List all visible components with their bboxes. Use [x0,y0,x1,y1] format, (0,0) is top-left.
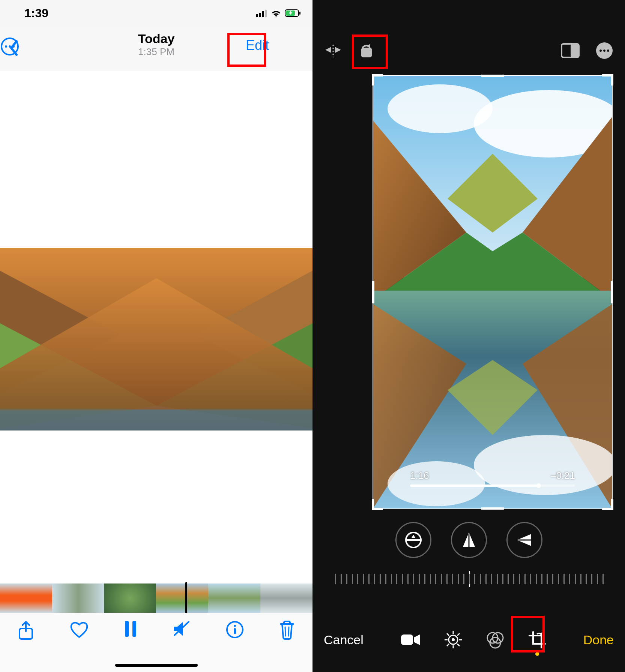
filmstrip-frame [104,584,156,613]
ruler-tick [552,574,553,584]
filters-mode-button[interactable] [486,630,505,649]
ruler-tick [374,574,375,584]
svg-rect-22 [125,621,129,637]
ruler-tick [513,574,514,584]
svg-marker-56 [412,535,415,538]
status-right-icons [256,6,301,20]
crop-corner-bl[interactable] [372,499,383,510]
crop-corner-tr[interactable] [602,74,613,86]
ruler-tick [385,574,386,584]
svg-point-8 [5,45,7,48]
aspect-button[interactable] [560,43,580,58]
favorite-button[interactable] [69,620,89,639]
photo-thumbnail [0,248,312,430]
aspect-ratio-icon [560,43,580,58]
vertical-perspective-dial[interactable] [451,522,487,558]
svg-rect-3 [265,10,267,17]
ruler-tick [368,574,370,584]
cancel-button[interactable]: Cancel [324,633,364,647]
ruler-tick [424,574,425,584]
video-mode-button[interactable] [400,632,421,647]
ruler-tick [452,574,453,584]
filmstrip-frame [260,584,312,613]
pause-icon [124,620,137,638]
video-filmstrip[interactable] [0,584,312,613]
crop-corner-br[interactable] [602,499,613,510]
svg-rect-27 [234,628,236,634]
ruler-tick [519,574,520,584]
crop-frame[interactable] [373,75,613,509]
svg-line-71 [447,644,449,646]
crop-handle-bottom[interactable] [481,507,504,510]
pause-button[interactable] [124,620,137,638]
video-scrubber[interactable]: 1:16 –0:21 [410,470,575,487]
horizontal-perspective-dial[interactable] [506,522,542,558]
scrub-knob[interactable] [536,483,541,488]
filters-icon [486,630,505,649]
info-icon [225,620,244,639]
filmstrip-playhead[interactable] [185,582,187,614]
home-indicator [115,664,198,667]
filmstrip-frame [0,584,52,613]
info-button[interactable] [225,620,244,639]
ruler-tick [524,574,526,584]
speaker-mute-icon [172,620,191,638]
svg-rect-23 [132,621,136,637]
svg-rect-0 [256,14,258,17]
heart-icon [69,620,89,639]
delete-button[interactable] [279,620,295,640]
ruler-tick [435,574,436,584]
ruler-tick [480,574,481,584]
ruler-tick [502,574,503,584]
ruler-tick [602,574,604,584]
crop-handle-left[interactable] [372,281,374,303]
crop-handle-right[interactable] [611,281,613,303]
crop-handle-top[interactable] [481,75,504,77]
svg-rect-1 [259,13,261,17]
ruler-tick [485,574,487,584]
ruler-tick [346,574,347,584]
more-button[interactable] [0,37,20,56]
ruler-tick [396,574,397,584]
ruler-tick [569,574,570,584]
done-button[interactable]: Done [583,633,614,647]
ruler-tick [413,574,414,584]
editor-bottom-toolbar: Cancel Done [312,608,625,672]
ruler-tick [586,574,587,584]
ruler-tick [357,574,358,584]
ruler-tick [541,574,542,584]
battery-icon [285,6,301,20]
tutorial-highlight-edit [227,33,266,67]
status-bar: 1:39 [0,0,312,26]
status-time: 1:39 [24,6,48,20]
editor-more-button[interactable] [595,41,614,60]
straighten-icon [404,531,422,549]
crop-canvas[interactable]: 1:16 –0:21 [373,75,613,509]
share-button[interactable] [17,620,35,641]
remaining-time: –0:21 [551,470,575,482]
ellipsis-circle-icon [595,41,614,60]
svg-line-29 [288,627,289,636]
svg-point-72 [452,638,455,641]
horizontal-perspective-icon [516,532,533,548]
svg-rect-36 [571,44,579,57]
photos-detail-pane: 1:39 Today 1:35 PM Edit [0,0,312,672]
adjust-mode-button[interactable] [444,630,463,649]
angle-ruler[interactable] [335,571,602,588]
ruler-tick [580,574,581,584]
ruler-tick [419,574,420,584]
svg-marker-32 [335,47,341,53]
ruler-tick [491,574,492,584]
scrub-track[interactable] [410,484,575,487]
photo-viewport[interactable] [0,71,312,582]
flip-button[interactable] [324,42,343,59]
svg-rect-61 [401,634,413,645]
svg-marker-31 [325,47,331,53]
crop-corner-tl[interactable] [372,74,383,86]
flip-horizontal-icon [324,42,343,59]
straighten-dial[interactable] [395,522,431,558]
ruler-tick [536,574,537,584]
scrub-fill [410,484,539,487]
ruler-tick [446,574,448,584]
mute-button[interactable] [172,620,191,638]
